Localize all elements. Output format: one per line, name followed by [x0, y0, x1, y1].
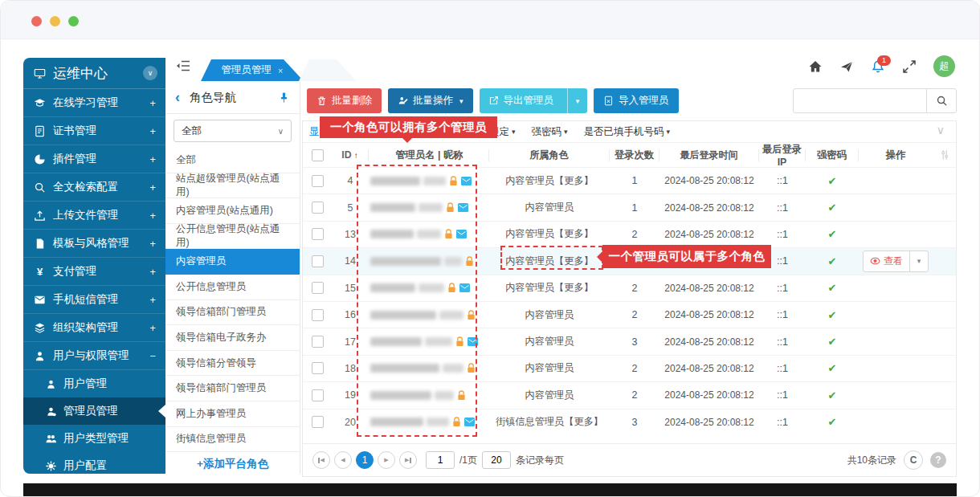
table-row[interactable]: 18 内容管理员 2 2024-08-25 20:08:12 ::1 ✔: [303, 355, 956, 381]
row-checkbox[interactable]: [312, 202, 324, 214]
sidebar-item-org-structure[interactable]: 组织架构管理 +: [23, 314, 165, 342]
pin-icon[interactable]: [278, 92, 290, 104]
view-button[interactable]: 查看 ▾: [863, 251, 929, 272]
sidebar-item-certificates[interactable]: 证书管理 +: [23, 117, 165, 145]
role-item[interactable]: 公开信息管理员: [165, 275, 300, 300]
role-item[interactable]: 公开信息管理员(站点通用): [165, 224, 300, 250]
role-item[interactable]: 内容管理员(站点通用): [165, 198, 300, 224]
sidebar-item-sms[interactable]: 手机短信管理 +: [23, 286, 165, 314]
column-settings-icon[interactable]: [933, 149, 956, 161]
col-header-logins[interactable]: 登录次数: [610, 149, 659, 161]
role-filter-select[interactable]: 全部 ∨: [174, 120, 292, 142]
row-checkbox[interactable]: [312, 255, 324, 267]
table-row[interactable]: 19 内容管理员 2 2024-08-25 20:08:12 ::1 ✔: [303, 381, 956, 408]
prev-page-button[interactable]: ◀: [334, 451, 352, 469]
help-button[interactable]: ?: [930, 452, 946, 468]
role-item[interactable]: 领导信箱分管领导: [165, 351, 300, 377]
select-all-checkbox[interactable]: [312, 149, 324, 161]
role-item[interactable]: 领导信箱部门管理员: [165, 300, 300, 326]
batch-actions-button[interactable]: 批量操作 ▾: [388, 88, 473, 113]
collapse-sidebar-icon[interactable]: [176, 59, 190, 72]
expand-icon: +: [149, 322, 156, 334]
filter-strong-password[interactable]: 强密码▾: [532, 125, 568, 139]
sidebar-subitem-user-management[interactable]: 用户管理: [23, 370, 165, 397]
search-button[interactable]: [926, 89, 956, 112]
sidebar-item-templates[interactable]: 模板与风格管理 +: [23, 230, 165, 258]
table-row[interactable]: 4 内容管理员【更多】 1 2024-08-25 20:08:12 ::1 ✔: [303, 167, 956, 194]
zoom-window-button[interactable]: [68, 16, 79, 26]
chevron-left-icon[interactable]: ‹: [175, 89, 180, 106]
export-admins-button[interactable]: 导出管理员 ▾: [480, 88, 588, 113]
first-page-button[interactable]: ◀: [312, 451, 330, 469]
sidebar-collapse-icon[interactable]: ∨: [143, 66, 157, 80]
redacted-admin-name: [369, 202, 489, 213]
role-item-selected[interactable]: 内容管理员: [165, 249, 300, 275]
sidebar-item-users-permissions[interactable]: 用户与权限管理 −: [23, 342, 165, 370]
row-checkbox[interactable]: [312, 309, 324, 321]
file-icon: [34, 238, 46, 250]
search-input[interactable]: [794, 89, 926, 112]
last-page-button[interactable]: ▶: [399, 451, 417, 469]
sidebar-item-fulltext-search[interactable]: 全文检索配置 +: [23, 173, 165, 202]
sidebar-item-upload-files[interactable]: 上传文件管理 +: [23, 202, 165, 230]
role-item[interactable]: 领导信箱电子政务办: [165, 325, 300, 351]
sidebar-item-plugins[interactable]: 插件管理 +: [23, 145, 165, 173]
role-item[interactable]: 站点超级管理员(站点通用): [165, 173, 300, 199]
fullscreen-icon[interactable]: [902, 59, 917, 74]
row-checkbox[interactable]: [312, 228, 324, 240]
tab-admin-management[interactable]: 管理员管理 ×: [201, 59, 304, 81]
table-row[interactable]: 16 内容管理员 2 2024-08-25 20:08:12 ::1 ✔: [303, 301, 956, 328]
toolbar: 批量删除 批量操作 ▾ 导出管理员 ▾: [307, 88, 679, 113]
collapse-filters-icon[interactable]: ∨: [937, 124, 945, 136]
row-checkbox[interactable]: [312, 282, 324, 294]
users-icon: [45, 433, 57, 445]
lock-icon: [467, 363, 476, 373]
sidebar-subitem-user-config[interactable]: 用户配置: [23, 452, 165, 474]
send-icon[interactable]: [839, 59, 854, 74]
sidebar-subitem-user-types[interactable]: 用户类型管理: [23, 425, 165, 452]
row-checkbox[interactable]: [312, 175, 324, 187]
page-number-input[interactable]: [426, 451, 455, 469]
role-item-all[interactable]: 全部: [165, 148, 300, 173]
table-row[interactable]: 17 内容管理员 3 2024-08-25 20:08:12 ::1 ✔: [303, 328, 956, 354]
row-checkbox[interactable]: [312, 336, 324, 348]
row-checkbox[interactable]: [312, 416, 324, 428]
batch-delete-button[interactable]: 批量删除: [307, 88, 382, 113]
sidebar-header[interactable]: 运维中心 ∨: [23, 58, 165, 89]
sidebar-item-payment[interactable]: ¥ 支付管理 +: [23, 258, 165, 286]
export-dropdown-caret[interactable]: ▾: [567, 88, 587, 113]
avatar[interactable]: 超: [933, 55, 955, 77]
role-item[interactable]: 领导信箱部门管理员: [165, 376, 300, 401]
col-header-name[interactable]: 管理员名 | 昵称: [369, 149, 489, 161]
per-page-input[interactable]: [482, 451, 511, 469]
row-checkbox[interactable]: [312, 362, 324, 374]
close-window-button[interactable]: [31, 16, 42, 26]
next-page-button[interactable]: ▶: [378, 451, 395, 469]
col-header-strong-password[interactable]: 强密码: [806, 149, 859, 161]
table-row[interactable]: 20 街镇信息管理员【更多】 3 2024-08-25 20:08:12 ::1…: [303, 409, 956, 435]
col-header-role[interactable]: 所属角色: [489, 149, 610, 161]
strong-password-check-icon: ✔: [828, 282, 837, 294]
add-platform-role-link[interactable]: +添加平台角色: [165, 452, 300, 476]
view-dropdown-caret[interactable]: ▾: [909, 251, 928, 271]
notifications-bell-icon[interactable]: 1: [871, 59, 885, 74]
home-icon[interactable]: [808, 59, 823, 74]
close-tab-icon[interactable]: ×: [278, 66, 283, 75]
current-page-button[interactable]: 1: [356, 451, 374, 469]
role-item[interactable]: 网上办事管理员: [165, 401, 300, 427]
role-item[interactable]: 街镇信息管理员: [165, 427, 300, 453]
row-checkbox[interactable]: [312, 389, 324, 401]
sidebar-subitem-admin-management[interactable]: 管理员管理: [23, 397, 165, 425]
col-header-id[interactable]: ID↑: [332, 149, 369, 161]
table-row[interactable]: 5 内容管理员 1 2024-08-25 20:08:12 ::1 ✔: [303, 194, 956, 220]
refresh-button[interactable]: C: [904, 450, 923, 470]
minimize-window-button[interactable]: [50, 16, 60, 26]
table-row[interactable]: 13 内容管理员【更多】 2 2024-08-25 20:08:12 ::1 ✔: [303, 221, 956, 247]
table-row[interactable]: 15 内容管理员【更多】 2 2024-08-25 20:08:12 ::1 ✔: [303, 275, 956, 301]
sidebar-item-online-learning[interactable]: 在线学习管理 +: [23, 89, 165, 117]
col-header-last-ip[interactable]: 最后登录IP: [759, 149, 806, 161]
col-header-last-login[interactable]: 最后登录时间: [659, 149, 759, 161]
filter-phone-filled[interactable]: 是否已填手机号码▾: [584, 125, 671, 139]
redacted-admin-name: [369, 336, 489, 347]
import-admins-button[interactable]: 导入管理员: [594, 88, 679, 113]
